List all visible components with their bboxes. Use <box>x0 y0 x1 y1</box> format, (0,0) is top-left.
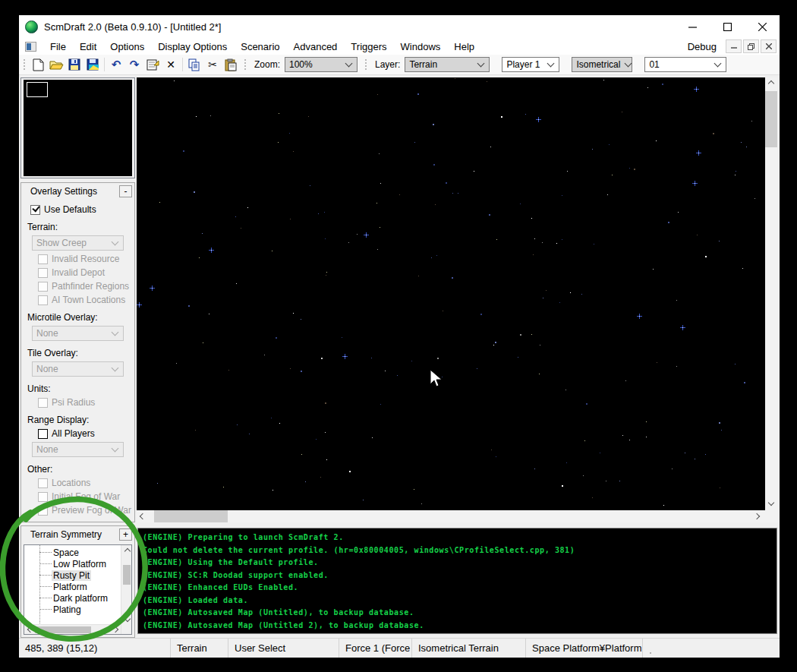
scroll-right-icon[interactable] <box>112 625 121 634</box>
tree-item[interactable]: Platform <box>24 581 121 592</box>
cross-star <box>209 250 214 251</box>
view-mode-value: Isometrical <box>576 59 620 70</box>
star <box>316 439 317 440</box>
scroll-thumb[interactable] <box>35 626 91 633</box>
all-players-checkbox[interactable]: All Players <box>38 428 131 439</box>
tree-item[interactable]: Low Platform <box>24 558 121 569</box>
scroll-thumb[interactable] <box>765 91 777 147</box>
mdi-close-button[interactable] <box>761 39 777 53</box>
star <box>435 204 436 205</box>
tree-item[interactable]: Rusty Pit <box>24 569 121 581</box>
menu-item[interactable]: Scenario <box>234 39 286 54</box>
console-line: (ENGINE) Loaded data. <box>143 595 772 607</box>
cross-star <box>694 89 699 90</box>
menu-item-debug[interactable]: Debug <box>680 39 724 54</box>
tree-connector <box>39 575 52 576</box>
menu-item[interactable]: Advanced <box>287 39 345 54</box>
mdi-restore-button[interactable] <box>743 39 759 53</box>
star <box>531 218 532 219</box>
star <box>264 355 265 355</box>
minimap[interactable] <box>24 80 132 176</box>
scroll-thumb[interactable] <box>123 565 131 585</box>
delete-button[interactable]: ✕ <box>162 56 180 73</box>
tree-item[interactable]: Space <box>24 547 121 558</box>
menu-item[interactable]: Options <box>103 39 151 54</box>
properties-button[interactable] <box>143 56 162 73</box>
paste-button[interactable] <box>222 56 240 73</box>
undo-button[interactable]: ↶ <box>107 56 125 73</box>
star <box>176 363 177 364</box>
star <box>157 483 158 484</box>
scroll-up-icon[interactable] <box>122 545 131 554</box>
toolbar-grip[interactable] <box>364 58 367 71</box>
use-defaults-checkbox[interactable]: Use Defaults <box>30 204 131 215</box>
scroll-up-icon[interactable] <box>765 77 777 90</box>
title-bar[interactable]: ScmDraft 2.0 (Beta 0.9.10) - [Untitled 2… <box>19 15 780 38</box>
view-mode-combobox[interactable]: Isometrical <box>572 57 632 72</box>
resize-grip[interactable] <box>643 639 655 658</box>
layer-combobox[interactable]: Terrain <box>405 57 490 72</box>
tree-connector <box>39 598 52 598</box>
star <box>662 84 663 85</box>
checkbox-label: Psi Radius <box>52 397 95 408</box>
units-section-label: Units: <box>27 383 131 394</box>
copy-button[interactable] <box>185 56 203 73</box>
save-map-button[interactable] <box>83 56 102 73</box>
star <box>452 277 453 279</box>
scroll-down-icon[interactable] <box>765 498 777 510</box>
save-map-icon <box>87 58 99 71</box>
scroll-thumb[interactable] <box>154 510 228 522</box>
star <box>653 269 654 270</box>
expand-panel-button[interactable]: + <box>119 528 132 541</box>
star <box>607 194 608 195</box>
checkbox-box <box>38 398 48 408</box>
new-button[interactable] <box>29 56 47 73</box>
star <box>646 437 647 437</box>
star <box>744 382 745 383</box>
tree-list[interactable]: Space Low Platform Rusty Pit <box>24 545 121 634</box>
document-icon[interactable] <box>25 42 36 52</box>
menu-item[interactable]: Help <box>447 39 481 54</box>
open-button[interactable] <box>47 56 65 73</box>
cut-button[interactable]: ✂ <box>203 56 222 73</box>
menu-item[interactable]: Triggers <box>344 39 393 54</box>
menu-item[interactable]: Edit <box>73 39 103 54</box>
star <box>380 404 381 405</box>
scroll-right-icon[interactable] <box>753 510 765 522</box>
minimap-viewport[interactable] <box>27 82 48 97</box>
tree-horizontal-scrollbar[interactable] <box>24 624 121 634</box>
star <box>586 403 588 405</box>
star <box>531 334 532 335</box>
star <box>458 193 458 194</box>
save-button[interactable] <box>65 56 83 73</box>
toolbar-grip[interactable] <box>22 58 26 71</box>
brush-combobox[interactable]: 01 <box>644 57 726 72</box>
tree-vertical-scrollbar[interactable] <box>121 545 131 634</box>
close-button[interactable] <box>745 15 780 38</box>
collapse-panel-button[interactable]: - <box>119 185 132 197</box>
checkbox-label: AI Town Locations <box>52 295 125 305</box>
toolbar-grip[interactable] <box>243 58 247 71</box>
star <box>584 440 585 441</box>
menu-item[interactable]: Windows <box>394 39 448 54</box>
canvas-horizontal-scrollbar[interactable] <box>137 510 765 522</box>
other-section-label: Other: <box>27 464 131 475</box>
scroll-left-icon[interactable] <box>137 510 149 522</box>
player-combobox[interactable]: Player 1 <box>502 57 559 72</box>
tree-item[interactable]: Dark platform <box>24 592 121 604</box>
star <box>592 497 593 498</box>
canvas-vertical-scrollbar[interactable] <box>765 77 777 510</box>
tree-item[interactable]: Plating <box>24 604 121 615</box>
mdi-minimize-button[interactable] <box>726 39 742 53</box>
menu-item[interactable]: Display Options <box>151 39 234 54</box>
map-canvas[interactable] <box>137 77 765 510</box>
maximize-button[interactable] <box>710 15 745 38</box>
menu-item[interactable]: File <box>43 39 73 54</box>
star <box>380 227 380 228</box>
minimize-button[interactable] <box>675 15 710 38</box>
scroll-left-icon[interactable] <box>24 625 33 634</box>
redo-button[interactable]: ↷ <box>125 56 143 73</box>
zoom-combobox[interactable]: 100% <box>285 57 358 72</box>
console-panel[interactable]: (ENGINE) Preparing to launch ScmDraft 2.… <box>137 528 777 634</box>
scroll-down-icon[interactable] <box>122 614 131 623</box>
